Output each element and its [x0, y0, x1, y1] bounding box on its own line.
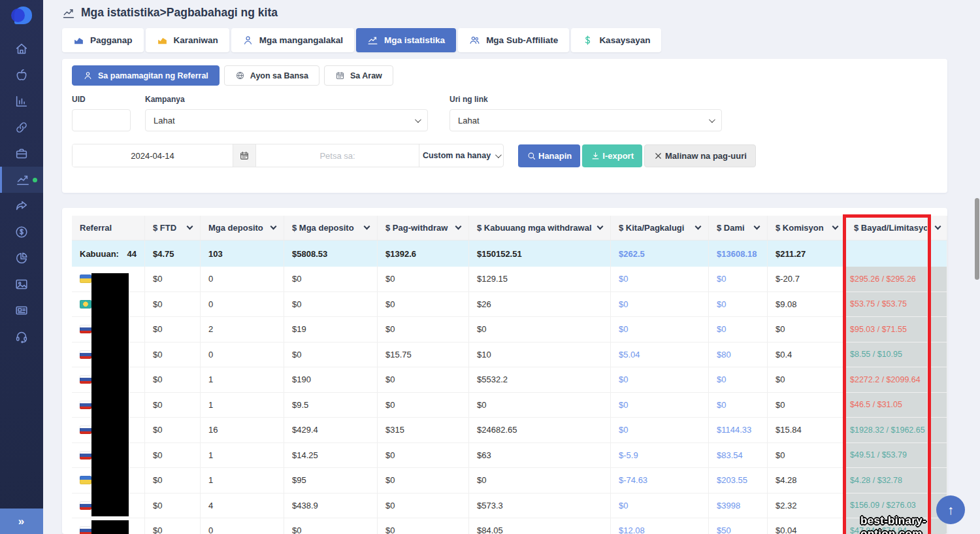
cell-deposits-count: 0	[201, 518, 284, 534]
filter-fields: UID Kampanya Lahat Uri ng link Lahat	[62, 86, 947, 131]
totals-cell-deposits-sum: $5808.53	[284, 241, 378, 267]
sort-chevron-icon[interactable]	[832, 224, 839, 230]
cell-extra	[928, 418, 947, 442]
cell-extra	[928, 267, 947, 292]
sidebar-item-chart-line[interactable]	[0, 167, 43, 193]
headset-icon	[14, 329, 29, 344]
sidebar-item-image[interactable]	[0, 271, 43, 297]
sidebar-item-apple[interactable]	[0, 62, 43, 88]
chart-line-icon	[367, 35, 378, 46]
sidebar-item-bar-chart[interactable]	[0, 88, 43, 114]
column-header-extra[interactable]	[928, 216, 947, 240]
view-button-label: Ayon sa Bansa	[250, 71, 308, 80]
sort-chevron-icon[interactable]	[187, 224, 193, 230]
sidebar-item-dollar-badge[interactable]	[0, 219, 43, 245]
sidebar-item-news[interactable]	[0, 297, 43, 324]
cell-total-withdrawal: $0	[469, 317, 611, 342]
table-row: $01$95$0$0$-74.63$203.55$4.28$4.28 / $32…	[72, 468, 947, 493]
range-dropdown[interactable]: Custom na hanay	[419, 144, 503, 167]
column-header-deposits-sum[interactable]: $ Mga deposito	[284, 216, 378, 240]
view-button-sa-araw[interactable]: Sa Araw	[324, 65, 393, 86]
column-header-volume[interactable]: $ Dami	[709, 216, 768, 240]
dollar-icon	[582, 35, 593, 46]
sidebar-item-link[interactable]	[0, 114, 43, 141]
app-logo[interactable]	[10, 6, 33, 27]
clear-sort-button[interactable]: Malinaw na pag-uuri	[644, 144, 756, 167]
cell-total-withdrawal: $0	[469, 393, 611, 418]
link-type-value: Lahat	[458, 116, 480, 125]
sidebar-item-pie-chart[interactable]	[0, 245, 43, 271]
cell-extra	[928, 342, 947, 367]
tab-mga-istatistika[interactable]: Mga istatistika	[356, 28, 456, 52]
flag-ru-icon	[80, 401, 91, 409]
column-header-profit-loss[interactable]: $ Kita/Pagkalugi	[611, 216, 709, 240]
link-type-select[interactable]: Lahat	[449, 109, 722, 131]
breadcrumb: Mga istatistika>Pagbabahagi ng kita	[43, 0, 980, 20]
link-type-label: Uri ng link	[449, 95, 722, 104]
cell-total-withdrawal: $24682.65	[469, 418, 611, 442]
cell-withdraw: $0	[378, 493, 469, 518]
view-button-sa-pamamagitan-ng-referral[interactable]: Sa pamamagitan ng Referral	[72, 65, 220, 86]
sort-chevron-icon[interactable]	[597, 224, 604, 230]
sidebar-item-share[interactable]	[0, 193, 43, 219]
cell-deposits-sum: $19	[284, 317, 378, 342]
cell-deposits-count: 1	[201, 443, 284, 468]
cell-profit-loss: $-5.9	[611, 443, 709, 468]
sort-chevron-icon[interactable]	[695, 224, 702, 230]
sort-chevron-icon[interactable]	[935, 224, 941, 230]
cell-payout-limit: $8.55 / $10.95	[846, 342, 928, 367]
cell-volume: $50	[709, 518, 768, 534]
sidebar-item-headset[interactable]	[0, 324, 43, 350]
campaign-label: Kampanya	[145, 95, 428, 104]
share-icon	[14, 199, 29, 213]
tab-mga-sub-affiliate[interactable]: Mga Sub-Affiliate	[458, 28, 569, 52]
main-content: Mga istatistika>Pagbabahagi ng kita Pagg…	[43, 0, 980, 534]
campaign-select[interactable]: Lahat	[145, 109, 428, 131]
cell-ftd: $0	[145, 418, 201, 442]
column-label: $ FTD	[153, 223, 176, 233]
column-header-commission[interactable]: $ Komisyon	[768, 216, 846, 240]
tab-karaniwan[interactable]: Karaniwan	[146, 28, 229, 52]
sort-chevron-icon[interactable]	[455, 224, 462, 230]
cell-ftd: $0	[145, 367, 201, 392]
date-from-input[interactable]	[73, 144, 233, 167]
chart-area-icon	[157, 35, 168, 46]
range-label: Custom na hanay	[423, 151, 491, 160]
calendar-button[interactable]	[233, 144, 256, 167]
sidebar-item-home[interactable]	[0, 36, 43, 62]
vertical-scrollbar[interactable]	[975, 198, 979, 280]
cell-ftd: $0	[145, 518, 201, 534]
user-icon	[83, 71, 93, 80]
sort-chevron-icon[interactable]	[754, 224, 760, 230]
cell-payout-limit: $95.03 / $71.55	[846, 317, 928, 342]
column-header-deposits-count[interactable]: Mga deposito	[201, 216, 284, 240]
tab-kasaysayan[interactable]: Kasaysayan	[571, 28, 661, 52]
cell-profit-loss: $0	[611, 393, 709, 418]
tab-pagganap[interactable]: Pagganap	[62, 28, 144, 52]
column-header-withdraw[interactable]: $ Pag-withdraw	[378, 216, 469, 240]
column-header-total-withdrawal[interactable]: $ Kabuuang mga withdrawal	[469, 216, 611, 240]
date-to-input[interactable]	[256, 144, 419, 167]
cell-volume: $83.54	[709, 443, 768, 468]
cell-ftd: $0	[145, 292, 201, 317]
chevron-down-icon	[709, 116, 715, 123]
search-button[interactable]: Hanapin	[518, 144, 580, 167]
tab-mga-mangangalakal[interactable]: Mga mangangalakal	[231, 28, 354, 52]
sort-chevron-icon[interactable]	[364, 224, 370, 230]
sidebar-expand-button[interactable]: »	[0, 509, 43, 534]
sort-chevron-icon[interactable]	[270, 224, 277, 230]
link-type-field: Uri ng link Lahat	[449, 95, 722, 131]
briefcase-icon	[14, 146, 29, 161]
export-button[interactable]: I-export	[582, 144, 642, 167]
users-icon	[469, 35, 480, 46]
cell-extra	[928, 393, 947, 418]
sidebar-item-briefcase[interactable]	[0, 141, 43, 167]
column-header-ftd[interactable]: $ FTD	[145, 216, 201, 240]
cell-total-withdrawal: $0	[469, 468, 611, 493]
uid-input[interactable]	[72, 109, 131, 131]
censored-referral-names	[91, 273, 129, 516]
view-button-ayon-sa-bansa[interactable]: Ayon sa Bansa	[224, 65, 319, 86]
cell-volume: $80	[709, 342, 768, 367]
cell-deposits-sum: $0	[284, 518, 378, 534]
cell-extra	[928, 317, 947, 342]
